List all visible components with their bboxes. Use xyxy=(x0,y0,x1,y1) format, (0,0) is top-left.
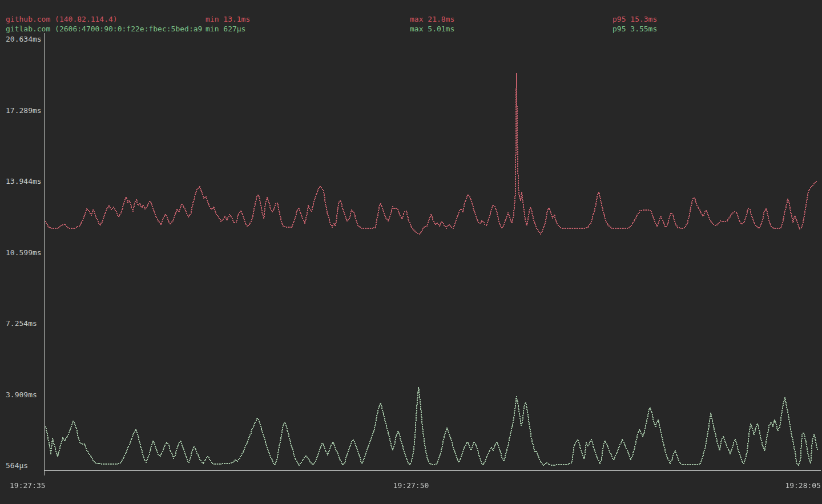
gping-terminal: github.com (140.82.114.4) min 13.1ms max… xyxy=(0,0,822,504)
latency-plot-canvas xyxy=(0,0,822,504)
x-axis-label-middle: 19:27:50 xyxy=(393,481,429,490)
x-axis-label-start: 19:27:35 xyxy=(10,481,46,490)
x-axis-label-end: 19:28:05 xyxy=(785,481,821,490)
